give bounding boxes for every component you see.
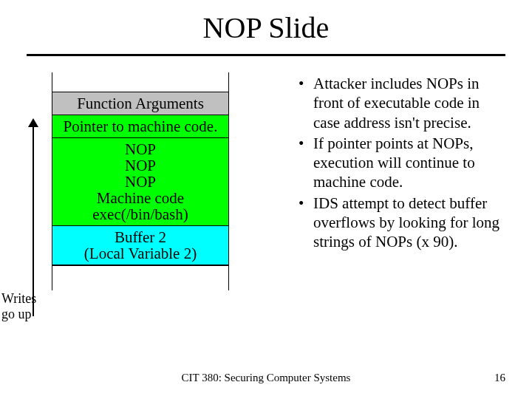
buffer2-line: Buffer 2 (57, 229, 224, 245)
stack-diagram: Writes go up Function Arguments Pointer … (52, 72, 266, 290)
shellcode-line: Machine code (57, 190, 224, 206)
stack-pointer: Pointer to machine code. (52, 115, 228, 137)
stack-boxes: Function Arguments Pointer to machine co… (52, 72, 229, 290)
stack-shellcode: NOP NOP NOP Machine code exec(/bin/bash) (52, 137, 228, 225)
arrow-line (33, 123, 34, 316)
footer-text: CIT 380: Securing Computer Systems (0, 372, 532, 384)
bullet-item: Attacker includes NOPs in front of execu… (299, 74, 510, 132)
shellcode-line: exec(/bin/bash) (57, 206, 224, 222)
shellcode-line: NOP (57, 174, 224, 190)
writes-label-l2: go up (1, 307, 32, 321)
bullet-item: If pointer points at NOPs, execution wil… (299, 134, 510, 192)
bullet-item: IDS attempt to detect buffer overflows b… (299, 194, 510, 252)
page-number: 16 (494, 372, 505, 384)
shellcode-line: NOP (57, 157, 224, 174)
content-area: Writes go up Function Arguments Pointer … (0, 56, 532, 290)
stack-func-args: Function Arguments (52, 92, 228, 115)
stack-spacer-bot (52, 265, 228, 290)
stack-spacer-top (52, 72, 228, 92)
bullet-list: Attacker includes NOPs in front of execu… (299, 74, 510, 251)
buffer2-line: (Local Variable 2) (57, 245, 224, 262)
writes-label: Writes go up (1, 291, 46, 321)
shellcode-line: NOP (57, 141, 224, 157)
writes-label-l1: Writes (1, 291, 36, 306)
slide-title: NOP Slide (0, 0, 532, 54)
bullet-column: Attacker includes NOPs in front of execu… (266, 72, 510, 290)
stack-buffer2: Buffer 2 (Local Variable 2) (52, 225, 228, 265)
footer: CIT 380: Securing Computer Systems 16 (0, 372, 532, 384)
